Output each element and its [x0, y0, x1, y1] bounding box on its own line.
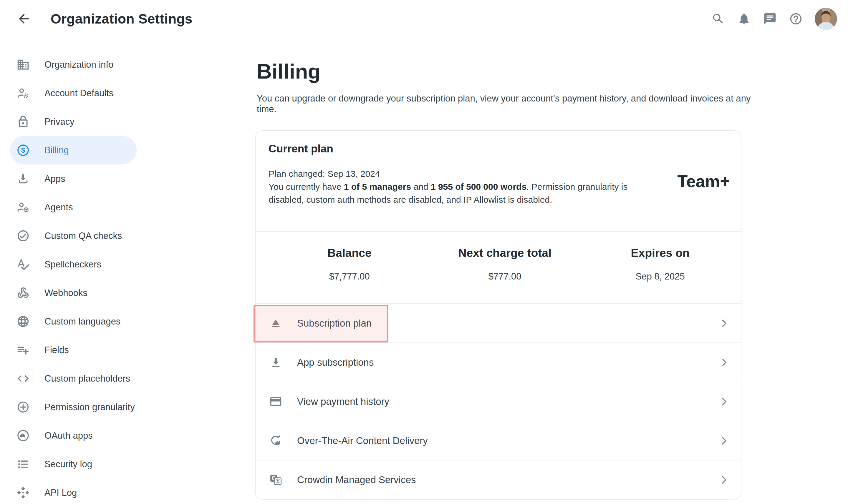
search-button[interactable] [711, 12, 725, 26]
sidebar-item-agents[interactable]: Agents [10, 193, 137, 221]
bulleted-list-icon [17, 457, 30, 471]
sidebar-item-security-log[interactable]: Security log [10, 450, 137, 479]
current-plan-info: Current plan Plan changed: Sep 13, 2024 … [256, 131, 666, 231]
translate-icon: G [269, 473, 282, 486]
sidebar-item-label: Privacy [45, 116, 74, 127]
top-bar: Organization Settings [0, 0, 848, 38]
sidebar-item-billing[interactable]: $ Billing [10, 136, 137, 164]
webhook-icon [17, 286, 30, 300]
credit-card-icon [269, 395, 282, 408]
sidebar-item-oauth-apps[interactable]: OAuth apps [10, 421, 137, 450]
messages-icon [763, 12, 777, 25]
plan-name-badge: Team+ [666, 131, 741, 231]
words-usage: 1 955 of 500 000 words [431, 182, 526, 192]
row-label: View payment history [297, 396, 389, 407]
download-icon [269, 356, 282, 369]
chevron-right-icon [718, 317, 730, 329]
code-icon [17, 372, 30, 385]
page-title: Billing [257, 59, 757, 83]
cloud-circle-icon [17, 429, 30, 442]
plan-usage-text: You currently have 1 of 5 managers and 1… [269, 180, 660, 206]
sidebar-item-fields[interactable]: Fields [10, 336, 137, 364]
eject-icon [269, 317, 282, 330]
row-label: Crowdin Managed Services [297, 474, 416, 485]
sidebar-item-label: OAuth apps [45, 430, 93, 441]
sidebar-item-label: Custom languages [45, 316, 121, 327]
chevron-right-icon [718, 356, 730, 368]
chevron-right-icon [718, 474, 730, 486]
top-bar-actions [711, 8, 848, 30]
sidebar-item-label: Custom placeholders [45, 373, 130, 384]
agent-cube-icon [17, 201, 30, 214]
row-label: Over-The-Air Content Delivery [297, 435, 428, 446]
sidebar-item-permission-granularity[interactable]: Permission granularity [10, 393, 137, 421]
sidebar-item-label: API Log [45, 487, 77, 498]
stat-balance: Balance $7,777.00 [272, 232, 427, 303]
dollar-circle-icon: $ [17, 144, 30, 157]
page-header-title: Organization Settings [51, 11, 193, 27]
row-crowdin-managed-services[interactable]: G Crowdin Managed Services [256, 460, 741, 499]
row-view-payment-history[interactable]: View payment history [256, 382, 741, 421]
settings-sidebar: Organization info Account Defaults Priva… [0, 38, 150, 504]
sidebar-item-label: Webhooks [45, 288, 87, 298]
sidebar-item-api-log[interactable]: API Log [10, 479, 137, 504]
managers-usage: 1 of 5 managers [344, 182, 411, 192]
stat-label: Balance [272, 247, 427, 259]
stat-value: Sep 8, 2025 [583, 271, 738, 282]
stat-next-charge: Next charge total $777.00 [427, 232, 583, 303]
sidebar-item-account-defaults[interactable]: Account Defaults [10, 79, 137, 107]
stat-value: $777.00 [427, 271, 583, 282]
sidebar-item-organization-info[interactable]: Organization info [10, 50, 137, 79]
add-circle-icon [17, 400, 30, 414]
sidebar-item-custom-languages[interactable]: Custom languages [10, 307, 137, 336]
plan-changed-text: Plan changed: Sep 13, 2024 [269, 167, 660, 180]
sidebar-item-label: Apps [45, 174, 65, 184]
sidebar-item-label: Billing [45, 145, 69, 156]
sidebar-item-label: Account Defaults [45, 88, 114, 98]
row-subscription-plan[interactable]: Subscription plan [256, 303, 741, 342]
ota-sync-cloud-icon [269, 434, 282, 447]
messages-button[interactable] [763, 12, 777, 26]
notifications-button[interactable] [737, 12, 751, 26]
row-app-subscriptions[interactable]: App subscriptions [256, 342, 741, 382]
playlist-add-icon [17, 343, 30, 357]
back-arrow-icon [17, 12, 31, 26]
search-icon [711, 12, 725, 25]
sidebar-item-label: Permission granularity [45, 402, 135, 413]
stat-expires-on: Expires on Sep 8, 2025 [583, 232, 738, 303]
help-icon [789, 12, 803, 25]
stat-label: Next charge total [427, 247, 583, 259]
row-ota-content-delivery[interactable]: Over-The-Air Content Delivery [256, 421, 741, 460]
manage-accounts-icon [17, 87, 30, 100]
sidebar-item-label: Security log [45, 459, 92, 470]
api-diamonds-icon [17, 486, 30, 499]
row-label: Subscription plan [297, 318, 371, 329]
help-button[interactable] [789, 12, 803, 26]
sidebar-item-custom-placeholders[interactable]: Custom placeholders [10, 364, 137, 393]
avatar-photo [815, 8, 837, 30]
sidebar-item-apps[interactable]: Apps [10, 164, 137, 193]
svg-text:$: $ [21, 146, 25, 154]
sidebar-item-label: Spellcheckers [45, 259, 101, 270]
sidebar-item-webhooks[interactable]: Webhooks [10, 278, 137, 307]
row-label: App subscriptions [297, 357, 374, 368]
globe-icon [17, 315, 30, 328]
chevron-right-icon [718, 435, 730, 447]
lock-icon [17, 115, 30, 128]
back-button[interactable] [17, 12, 31, 26]
sidebar-item-privacy[interactable]: Privacy [10, 107, 137, 136]
page-description: You can upgrade or downgrade your subscr… [257, 93, 757, 114]
current-plan-section: Current plan Plan changed: Sep 13, 2024 … [256, 131, 741, 231]
user-avatar[interactable] [815, 8, 837, 30]
sidebar-item-label: Agents [45, 202, 73, 213]
chevron-right-icon [718, 395, 730, 408]
sidebar-item-label: Custom QA checks [45, 231, 122, 241]
sidebar-item-label: Organization info [45, 59, 114, 70]
sidebar-item-custom-qa-checks[interactable]: Custom QA checks [10, 221, 137, 250]
check-circle-icon [17, 229, 30, 242]
sidebar-item-spellcheckers[interactable]: Spellcheckers [10, 250, 137, 278]
billing-stats: Balance $7,777.00 Next charge total $777… [256, 231, 741, 303]
building-icon [17, 58, 30, 71]
billing-card: Current plan Plan changed: Sep 13, 2024 … [255, 130, 741, 500]
current-plan-title: Current plan [269, 143, 660, 155]
